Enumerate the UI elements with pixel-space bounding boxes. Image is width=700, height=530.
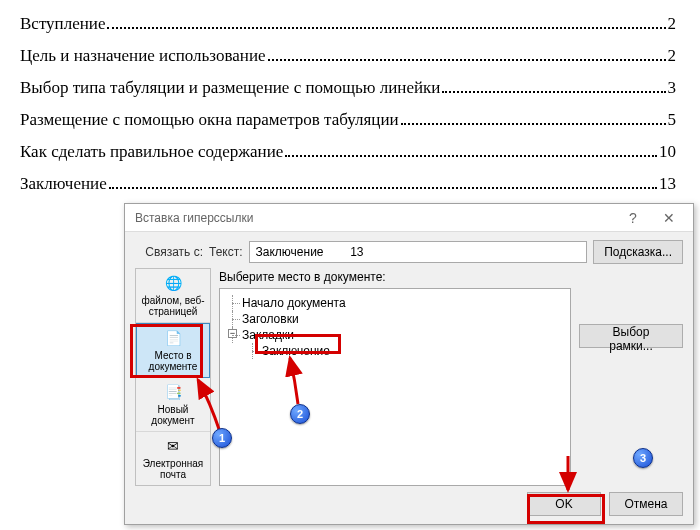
toc-line: Заключение 13 xyxy=(20,174,676,194)
toc-line: Вступление 2 xyxy=(20,14,676,34)
display-text-input[interactable] xyxy=(249,241,588,263)
toc-line: Как сделать правильное содержание 10 xyxy=(20,142,676,162)
dialog-title: Вставка гиперссылки xyxy=(135,211,253,225)
tree-node-label: Заголовки xyxy=(242,312,299,326)
document-toc: Вступление 2 Цель и назначение использов… xyxy=(0,0,700,220)
link-to-panel: 🌐 файлом, веб-страницей 📄 Место в докуме… xyxy=(135,268,211,486)
help-button[interactable]: ? xyxy=(615,207,651,229)
toc-title: Цель и назначение использование xyxy=(20,46,266,66)
text-label: Текст: xyxy=(209,245,243,259)
toc-page: 2 xyxy=(668,46,677,66)
tree-node-bookmark-conclusion[interactable]: Заключение xyxy=(228,343,562,359)
tree-node-bookmarks[interactable]: − Закладки xyxy=(228,327,562,343)
toc-line: Выбор типа табуляции и размещение с помо… xyxy=(20,78,676,98)
toc-page: 10 xyxy=(659,142,676,162)
toc-line: Цель и назначение использование 2 xyxy=(20,46,676,66)
document-target-icon: 📄 xyxy=(164,330,182,348)
toc-line: Размещение с помощью окна параметров таб… xyxy=(20,110,676,130)
toc-title: Вступление xyxy=(20,14,105,34)
toc-page: 3 xyxy=(668,78,677,98)
toc-leader xyxy=(401,123,666,125)
globe-file-icon: 🌐 xyxy=(164,275,182,293)
choose-frame-button[interactable]: Выбор рамки... xyxy=(579,324,683,348)
toc-leader xyxy=(109,187,657,189)
link-to-email[interactable]: ✉ Электронная почта xyxy=(136,432,210,485)
tooltip-button[interactable]: Подсказка... xyxy=(593,240,683,264)
cancel-button[interactable]: Отмена xyxy=(609,492,683,516)
tree-node-label: Начало документа xyxy=(242,296,346,310)
toc-leader xyxy=(107,27,665,29)
toc-leader xyxy=(285,155,657,157)
select-place-label: Выберите место в документе: xyxy=(219,268,571,288)
toc-title: Как сделать правильное содержание xyxy=(20,142,283,162)
toc-page: 5 xyxy=(668,110,677,130)
insert-hyperlink-dialog: Вставка гиперссылки ? ✕ Связать с: Текст… xyxy=(124,203,694,525)
toc-title: Заключение xyxy=(20,174,107,194)
link-to-label: Место в документе xyxy=(139,350,207,372)
tree-node-label: Закладки xyxy=(242,328,294,342)
link-to-label: Электронная почта xyxy=(138,458,208,480)
link-with-label: Связать с: xyxy=(135,245,203,259)
link-to-place-in-document[interactable]: 📄 Место в документе xyxy=(136,323,210,378)
email-icon: ✉ xyxy=(164,438,182,456)
new-document-icon: 📑 xyxy=(164,384,182,402)
link-to-new-document[interactable]: 📑 Новый документ xyxy=(136,378,210,432)
toc-title: Выбор типа табуляции и размещение с помо… xyxy=(20,78,440,98)
link-to-file[interactable]: 🌐 файлом, веб-страницей xyxy=(136,269,210,323)
toc-leader xyxy=(442,91,665,93)
close-button[interactable]: ✕ xyxy=(651,207,687,229)
ok-button[interactable]: OK xyxy=(527,492,601,516)
tree-node-label: Заключение xyxy=(262,344,330,358)
tree-node-doc-start[interactable]: Начало документа xyxy=(228,295,562,311)
dialog-titlebar[interactable]: Вставка гиперссылки ? ✕ xyxy=(125,204,693,232)
place-tree[interactable]: Начало документа Заголовки − Закладки За… xyxy=(219,288,571,486)
collapse-icon[interactable]: − xyxy=(228,329,237,338)
toc-page: 2 xyxy=(668,14,677,34)
link-to-label: файлом, веб-страницей xyxy=(138,295,208,317)
link-to-label: Новый документ xyxy=(138,404,208,426)
tree-node-headings[interactable]: Заголовки xyxy=(228,311,562,327)
toc-page: 13 xyxy=(659,174,676,194)
toc-title: Размещение с помощью окна параметров таб… xyxy=(20,110,399,130)
toc-leader xyxy=(268,59,666,61)
text-row: Связать с: Текст: Подсказка... xyxy=(125,232,693,268)
